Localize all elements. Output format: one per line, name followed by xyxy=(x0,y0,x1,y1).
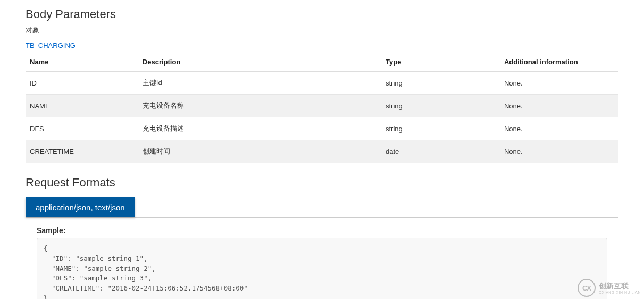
format-tab-panel: Sample: { "ID": "sample string 1", "NAME… xyxy=(26,218,618,299)
col-header-additional: Additional information xyxy=(500,53,618,72)
cell-additional: None. xyxy=(500,95,618,117)
format-tabs: application/json, text/json xyxy=(26,197,618,218)
cell-additional: None. xyxy=(500,140,618,163)
cell-type: string xyxy=(381,95,500,117)
cell-description: 创建时间 xyxy=(138,140,381,163)
request-formats-heading: Request Formats xyxy=(26,176,618,190)
cell-name: NAME xyxy=(26,95,138,117)
table-row: DES 充电设备描述 string None. xyxy=(26,117,618,140)
table-row: ID 主键Id string None. xyxy=(26,72,618,95)
cell-additional: None. xyxy=(500,72,618,95)
cell-additional: None. xyxy=(500,117,618,140)
cell-type: date xyxy=(381,140,500,163)
sample-label: Sample: xyxy=(37,226,607,235)
cell-name: DES xyxy=(26,117,138,140)
cell-name: ID xyxy=(26,72,138,95)
col-header-description: Description xyxy=(138,53,381,72)
table-row: CREATETIME 创建时间 date None. xyxy=(26,140,618,163)
cell-description: 充电设备描述 xyxy=(138,117,381,140)
cell-description: 主键Id xyxy=(138,72,381,95)
sample-code: { "ID": "sample string 1", "NAME": "samp… xyxy=(37,238,607,299)
body-parameters-subtitle: 对象 xyxy=(26,25,618,35)
body-parameters-table: Name Description Type Additional informa… xyxy=(26,53,618,163)
cell-type: string xyxy=(381,72,500,95)
table-row: NAME 充电设备名称 string None. xyxy=(26,95,618,117)
watermark-badge-icon: CX xyxy=(578,279,596,297)
table-header-row: Name Description Type Additional informa… xyxy=(26,53,618,72)
watermark-brand-cn: 创新互联 xyxy=(599,282,641,289)
tab-json[interactable]: application/json, text/json xyxy=(26,197,135,217)
cell-description: 充电设备名称 xyxy=(138,95,381,117)
watermark-brand-en: CXIANG XIN HU LIAN xyxy=(599,291,641,294)
col-header-name: Name xyxy=(26,53,138,72)
body-parameters-heading: Body Parameters xyxy=(26,7,618,21)
model-link[interactable]: TB_CHARGING xyxy=(26,41,76,49)
col-header-type: Type xyxy=(381,53,500,72)
watermark-logo: CX 创新互联 CXIANG XIN HU LIAN xyxy=(578,279,641,297)
cell-name: CREATETIME xyxy=(26,140,138,163)
cell-type: string xyxy=(381,117,500,140)
